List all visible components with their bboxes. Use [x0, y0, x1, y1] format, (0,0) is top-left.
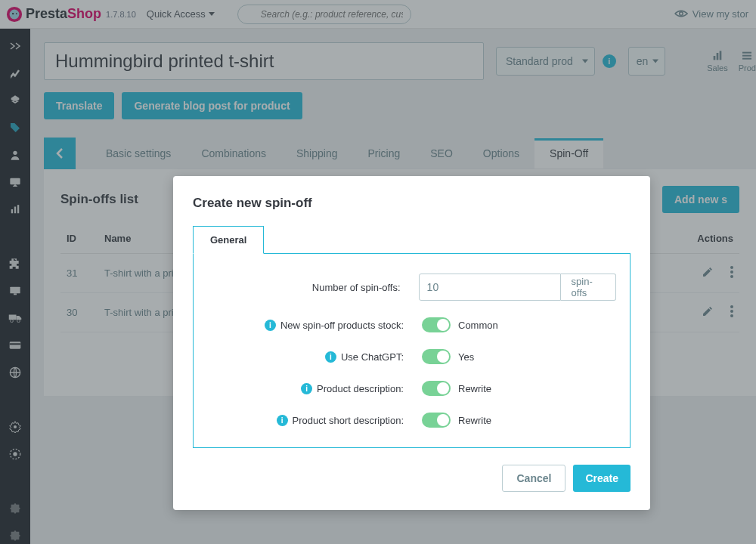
description-value: Rewrite — [458, 383, 491, 394]
chatgpt-value: Yes — [458, 351, 474, 363]
modal-title: Create new spin-off — [193, 196, 631, 211]
description-toggle[interactable] — [422, 381, 451, 396]
create-button[interactable]: Create — [573, 465, 631, 492]
short-description-toggle[interactable] — [422, 413, 451, 428]
chatgpt-toggle[interactable] — [422, 349, 451, 364]
input-addon: spin-offs — [561, 274, 616, 301]
label-stock: iNew spin-off products stock: — [207, 320, 404, 331]
label-chatgpt: iUse ChatGPT: — [207, 351, 404, 363]
stock-value: Common — [458, 320, 498, 331]
info-icon[interactable]: i — [301, 383, 312, 394]
cancel-button[interactable]: Cancel — [502, 465, 565, 492]
label-description: iProduct description: — [207, 383, 404, 394]
label-number: Number of spin-offs: — [207, 282, 401, 293]
info-icon[interactable]: i — [277, 415, 288, 426]
info-icon[interactable]: i — [325, 351, 336, 363]
info-icon[interactable]: i — [265, 320, 276, 331]
label-short-description: iProduct short description: — [207, 415, 404, 426]
number-input[interactable] — [419, 274, 561, 301]
modal-tab-general[interactable]: General — [193, 226, 264, 254]
stock-toggle[interactable] — [422, 317, 451, 332]
short-description-value: Rewrite — [458, 415, 491, 426]
create-spinoff-modal: Create new spin-off General Number of sp… — [173, 176, 650, 510]
